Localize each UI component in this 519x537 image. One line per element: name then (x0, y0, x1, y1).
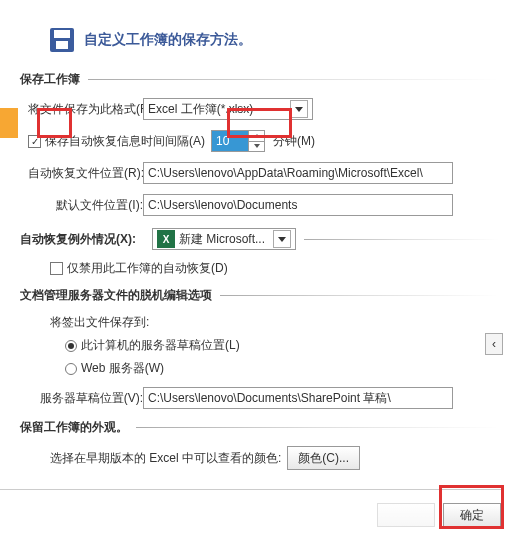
excel-icon: X (157, 230, 175, 248)
spinner-down-icon[interactable] (249, 142, 264, 152)
save-format-value: Excel 工作簿(*.xlsx) (148, 101, 253, 118)
interval-spinner[interactable]: 10 (211, 130, 265, 152)
save-disk-icon (50, 28, 74, 52)
default-location-input[interactable]: C:\Users\lenovo\Documents (143, 194, 453, 216)
browse-button[interactable]: ‹ (485, 333, 503, 355)
section-save-workbook: 保存工作簿 (20, 71, 88, 88)
disable-auto-recover-checkbox[interactable] (50, 262, 63, 275)
save-checkout-to-label: 将签出文件保存到: (50, 314, 149, 331)
exception-workbook-value: 新建 Microsoft... (179, 231, 265, 248)
faded-button (377, 503, 435, 527)
minutes-label: 分钟(M) (273, 133, 315, 150)
auto-save-interval-label: 保存自动恢复信息时间间隔(A) (45, 133, 205, 150)
server-drafts-location-input[interactable]: C:\Users\lenovo\Documents\SharePoint 草稿\ (143, 387, 453, 409)
this-computer-radio[interactable] (65, 340, 77, 352)
section-preserve-appearance: 保留工作簿的外观。 (20, 419, 136, 436)
header-section: 自定义工作簿的保存方法。 (0, 0, 519, 71)
earlier-version-colors-label: 选择在早期版本的 Excel 中可以查看的颜色: (50, 450, 281, 467)
section-doc-mgmt-server: 文档管理服务器文件的脱机编辑选项 (20, 287, 220, 304)
disable-auto-recover-label: 仅禁用此工作簿的自动恢复(D) (67, 260, 228, 277)
auto-save-checkbox[interactable] (28, 135, 41, 148)
interval-value: 10 (212, 131, 248, 151)
dropdown-arrow-icon (273, 230, 291, 248)
web-server-label: Web 服务器(W) (81, 360, 164, 377)
default-location-label: 默认文件位置(I): (28, 197, 143, 214)
dropdown-arrow-icon (290, 100, 308, 118)
section-auto-recover-exceptions: 自动恢复例外情况(X): (20, 231, 144, 248)
auto-recover-location-input[interactable]: C:\Users\lenovo\AppData\Roaming\Microsof… (143, 162, 453, 184)
this-computer-drafts-label: 此计算机的服务器草稿位置(L) (81, 337, 240, 354)
page-title: 自定义工作簿的保存方法。 (84, 31, 252, 49)
save-format-label: 将文件保存为此格式(F): (28, 101, 143, 118)
exception-workbook-dropdown[interactable]: X新建 Microsoft... (152, 228, 296, 250)
web-server-radio[interactable] (65, 363, 77, 375)
save-format-dropdown[interactable]: Excel 工作簿(*.xlsx) (143, 98, 313, 120)
server-drafts-location-label: 服务器草稿位置(V): (28, 390, 143, 407)
auto-recover-location-label: 自动恢复文件位置(R): (28, 165, 143, 182)
ok-button[interactable]: 确定 (443, 503, 501, 527)
color-button[interactable]: 颜色(C)... (287, 446, 360, 470)
spinner-up-icon[interactable] (249, 131, 264, 142)
